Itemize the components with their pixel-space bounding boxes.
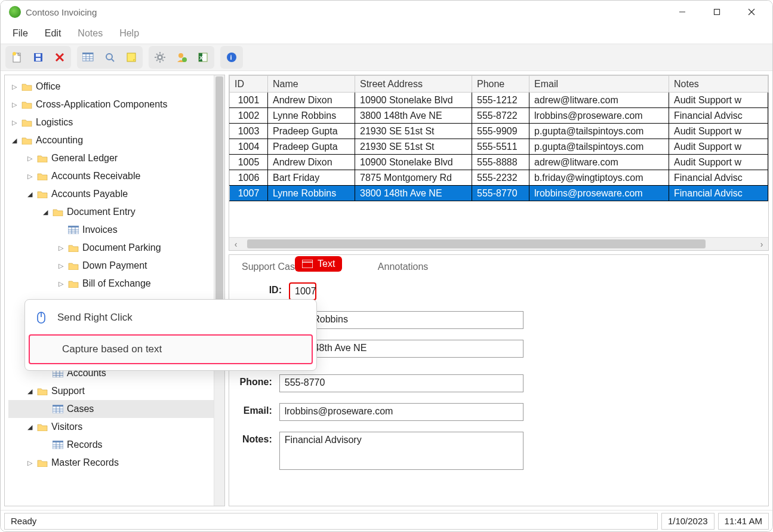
menu-file[interactable]: File <box>5 26 35 41</box>
mouse-icon <box>36 311 49 324</box>
minimize-button[interactable] <box>665 1 700 23</box>
tree-item-document-parking[interactable]: ▷Document Parking <box>8 239 214 257</box>
cell-email: adrew@litware.com <box>529 93 669 108</box>
cell-phone: 555-1212 <box>472 93 529 108</box>
table-row[interactable]: 1002Lynne Robbins3800 148th Ave NE555-87… <box>230 108 768 124</box>
tree-label: Accounting <box>36 135 83 146</box>
cell-phone: 555-9909 <box>472 124 529 139</box>
cell-email: adrew@litware.com <box>529 155 669 170</box>
tree-item-records[interactable]: Records <box>8 436 214 454</box>
delete-icon[interactable] <box>50 47 70 67</box>
tree-item-accounts-receivable[interactable]: ▷Accounts Receivable <box>8 167 214 185</box>
cell-name: Andrew Dixon <box>268 93 355 108</box>
form-value-phone[interactable]: 555-8770 <box>279 374 523 392</box>
detail-tabs: Support Case Text Annotations <box>229 255 768 276</box>
col-street[interactable]: Street Address <box>355 76 472 93</box>
menu-notes[interactable]: Notes <box>70 26 110 41</box>
tree-label: Document Parking <box>82 242 161 253</box>
context-label: Capture based on text <box>62 343 162 355</box>
cell-phone: 555-8722 <box>472 108 529 124</box>
tree-item-accounts-payable[interactable]: ◢Accounts Payable <box>8 185 214 203</box>
tree-item-accounting[interactable]: ◢Accounting <box>8 131 214 149</box>
table-row[interactable]: 1004Pradeep Gupta21930 SE 51st St555-551… <box>230 139 768 155</box>
context-capture-based-on-text[interactable]: Capture based on text <box>29 334 313 364</box>
tree-label: Accounts Payable <box>51 189 128 199</box>
cell-notes: Audit Support w <box>669 139 768 155</box>
table-row[interactable]: 1001Andrew Dixon10900 Stonelake Blvd555-… <box>230 93 768 108</box>
tree-label: Support <box>51 386 85 396</box>
tree-label: Office <box>36 81 61 92</box>
svg-rect-39 <box>302 260 313 268</box>
col-name[interactable]: Name <box>268 76 355 93</box>
tree-item-visitors[interactable]: ◢Visitors <box>8 418 214 436</box>
navigation-tree: ▷Office ▷Cross-Application Components ▷L… <box>4 75 225 506</box>
tree-item-master-records[interactable]: ▷Master Records <box>8 454 214 472</box>
cell-notes: Financial Advisc <box>669 186 768 201</box>
cell-name: Lynne Robbins <box>268 108 355 124</box>
cell-street: 10900 Stonelake Blvd <box>355 93 472 108</box>
svg-text:i: i <box>230 54 232 61</box>
menubar: File Edit Notes Help <box>1 23 772 44</box>
cell-phone: 555-8888 <box>472 155 529 170</box>
cell-id: 1007 <box>230 186 268 201</box>
context-send-right-click[interactable]: Send Right Click <box>25 303 316 332</box>
tree-item-down-payment[interactable]: ▷Down Payment <box>8 257 214 275</box>
grid-h-scrollbar[interactable]: ‹ › <box>229 237 768 250</box>
info-icon[interactable]: i <box>221 47 242 67</box>
tree-item-logistics[interactable]: ▷Logistics <box>8 113 214 131</box>
cell-name: Pradeep Gupta <box>268 139 355 155</box>
cell-name: Andrew Dixon <box>268 155 355 170</box>
tree-item-general-ledger[interactable]: ▷General Ledger <box>8 149 214 167</box>
table-row[interactable]: 1003Pradeep Gupta21930 SE 51st St555-990… <box>230 124 768 139</box>
tree-item-invoices[interactable]: Invoices <box>8 221 214 239</box>
close-button[interactable] <box>734 1 769 23</box>
tree-item-document-entry[interactable]: ◢Document Entry <box>8 203 214 221</box>
search-icon[interactable] <box>100 47 120 67</box>
excel-icon[interactable]: X <box>193 47 213 67</box>
table-icon[interactable] <box>78 47 98 67</box>
tree-item-crossapp[interactable]: ▷Cross-Application Components <box>8 96 214 113</box>
table-row[interactable]: 1005Andrew Dixon10900 Stonelake Blvd555-… <box>230 155 768 170</box>
cell-notes: Audit Support w <box>669 124 768 139</box>
tree-item-bill-of-exchange[interactable]: ▷Bill of Exchange <box>8 275 214 293</box>
form-value-id[interactable]: 1007 <box>289 282 316 300</box>
tree-scrollbar[interactable] <box>214 75 224 506</box>
form-value-email[interactable]: lrobbins@proseware.com <box>279 403 523 421</box>
col-email[interactable]: Email <box>529 76 669 93</box>
col-notes[interactable]: Notes <box>669 76 768 93</box>
table-row[interactable]: 1006Bart Friday7875 Montgomery Rd555-223… <box>230 170 768 186</box>
svg-rect-14 <box>36 54 41 57</box>
tree-item-cases[interactable]: Cases <box>8 400 214 418</box>
cell-id: 1004 <box>230 139 268 155</box>
user-icon[interactable] <box>171 47 192 67</box>
table-row[interactable]: 1007Lynne Robbins3800 148th Ave NE555-87… <box>230 186 768 201</box>
svg-point-33 <box>182 57 187 62</box>
svg-line-29 <box>162 60 164 61</box>
window-icon <box>302 260 313 268</box>
grid-header-row: ID Name Street Address Phone Email Notes <box>230 76 768 93</box>
svg-text:X: X <box>199 55 203 61</box>
cell-street: 21930 SE 51st St <box>355 124 472 139</box>
col-phone[interactable]: Phone <box>472 76 529 93</box>
sticky-note-icon[interactable] <box>121 47 141 67</box>
toolbar: X i <box>1 44 772 71</box>
gear-icon[interactable] <box>150 47 170 67</box>
svg-rect-7 <box>715 10 720 15</box>
menu-help[interactable]: Help <box>112 26 146 41</box>
tree-label: Cases <box>67 404 94 414</box>
tree-item-support[interactable]: ◢Support <box>8 382 214 400</box>
cell-street: 3800 148th Ave NE <box>355 108 472 124</box>
text-capture-badge[interactable]: Text <box>295 256 342 272</box>
menu-edit[interactable]: Edit <box>38 26 69 41</box>
tree-label: Document Entry <box>67 207 135 217</box>
tab-annotations[interactable]: Annotations <box>368 257 439 276</box>
col-id[interactable]: ID <box>230 76 268 93</box>
tree-item-office[interactable]: ▷Office <box>8 78 214 96</box>
cell-email: lrobbins@proseware.com <box>529 108 669 124</box>
tree-label: Records <box>67 439 103 450</box>
maximize-button[interactable] <box>700 1 734 23</box>
save-icon[interactable] <box>28 47 48 67</box>
svg-line-28 <box>156 54 158 55</box>
new-icon[interactable] <box>7 47 27 67</box>
form-value-notes[interactable]: Financial Advisory <box>279 432 523 470</box>
